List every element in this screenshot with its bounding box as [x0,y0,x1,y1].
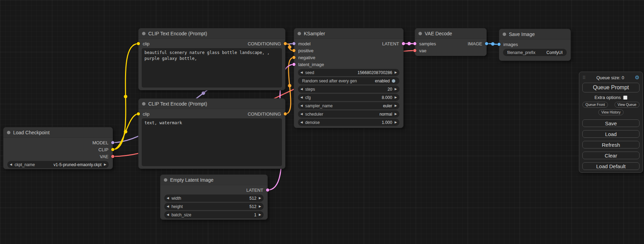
node-ksampler[interactable]: KSampler model LATENT positive negative … [294,28,404,128]
next-value-arrow-icon[interactable]: ▶ [395,104,397,107]
load-default-button[interactable]: Load Default [582,162,639,170]
node-title-bar[interactable]: CLIP Text Encode (Prompt) [139,99,285,109]
node-graph-canvas[interactable]: Load Checkpoint MODEL CLIP VAE ◀ ckpt_na… [0,0,644,244]
next-value-arrow-icon[interactable]: ▶ [395,96,397,99]
output-port-latent[interactable] [266,189,269,192]
prev-value-arrow-icon[interactable]: ◀ [167,197,169,200]
settings-gear-icon[interactable]: ⚙ [635,74,639,81]
node-clip-text-encode-negative[interactable]: CLIP Text Encode (Prompt) clip CONDITION… [138,98,285,169]
drag-handle-icon[interactable]: ⠿ [582,75,586,80]
widget-batch-size[interactable]: ◀ batch_size 1 ▶ [164,211,264,218]
link-midpoint-dot[interactable] [202,91,205,95]
prev-value-arrow-icon[interactable]: ◀ [300,88,303,91]
node-save-image[interactable]: Save Image images filename_prefix ComfyU… [499,29,571,61]
output-port-clip[interactable] [111,148,114,151]
widget-width[interactable]: ◀ width 512 ▶ [164,195,264,202]
next-value-arrow-icon[interactable]: ▶ [259,197,261,200]
output-port-vae[interactable] [111,155,114,158]
prompt-text-area[interactable]: beautiful scenery nature glass bottle la… [142,48,282,88]
next-value-arrow-icon[interactable]: ▶ [104,163,106,166]
widget-ckpt-name[interactable]: ◀ ckpt_name v1-5-pruned-emaonly.ckpt ▶ [7,161,109,168]
prev-value-arrow-icon[interactable]: ◀ [300,104,303,107]
collapse-dot-icon[interactable] [7,131,10,134]
widget-cfg[interactable]: ◀ cfg 8.000 ▶ [298,94,399,101]
output-port-model[interactable] [111,141,114,144]
node-title-bar[interactable]: Empty Latent Image [160,175,267,185]
input-port-negative[interactable] [292,56,295,59]
collapse-dot-icon[interactable] [298,32,301,35]
node-title-bar[interactable]: VAE Decode [415,28,486,39]
link-midpoint-dot[interactable] [124,95,127,98]
input-port-positive[interactable] [292,49,295,52]
next-value-arrow-icon[interactable]: ▶ [259,213,261,216]
input-port-vae[interactable] [413,49,416,52]
extra-options-checkbox[interactable] [623,96,627,100]
node-clip-text-encode-positive[interactable]: CLIP Text Encode (Prompt) clip CONDITION… [138,28,285,90]
collapse-dot-icon[interactable] [142,32,145,35]
queue-panel[interactable]: ⠿ Queue size: 0 ⚙ Queue Prompt Extra opt… [579,72,643,173]
next-value-arrow-icon[interactable]: ▶ [395,112,397,116]
collapse-dot-icon[interactable] [142,102,145,106]
prev-value-arrow-icon[interactable]: ◀ [300,121,303,124]
widget-denoise[interactable]: ◀ denoise 1.000 ▶ [298,119,399,126]
input-port-clip[interactable] [137,42,140,45]
node-title-bar[interactable]: Load Checkpoint [3,127,113,138]
load-button[interactable]: Load [582,130,639,138]
widget-value: normal [379,112,392,117]
input-port-latent-image[interactable] [292,63,295,66]
view-history-button[interactable]: View History [598,109,624,115]
clear-button[interactable]: Clear [582,152,639,159]
link-midpoint-dot[interactable] [288,45,291,49]
input-port-clip[interactable] [137,112,140,116]
node-title-bar[interactable]: Save Image [499,29,571,39]
widget-value: 1.000 [382,120,392,125]
link-midpoint-dot[interactable] [124,130,127,134]
collapse-dot-icon[interactable] [164,178,167,182]
node-title-bar[interactable]: CLIP Text Encode (Prompt) [139,28,285,39]
view-queue-button[interactable]: View Queue [615,102,639,108]
collapse-dot-icon[interactable] [418,32,422,35]
widget-random-seed-toggle[interactable]: Random seed after every gen enabled [298,77,399,84]
output-port-conditioning[interactable] [284,42,287,45]
save-button[interactable]: Save [582,119,639,127]
widget-height[interactable]: ◀ height 512 ▶ [164,203,264,210]
node-title: Save Image [509,31,535,37]
output-port-latent[interactable] [402,42,405,45]
link-midpoint-dot[interactable] [288,84,291,88]
output-port-conditioning[interactable] [284,112,287,116]
prompt-text-area[interactable]: text, watermark [142,118,282,166]
link-midpoint-dot[interactable] [491,42,495,46]
widget-steps[interactable]: ◀ steps 20 ▶ [298,85,399,93]
collapse-dot-icon[interactable] [503,33,506,36]
output-row-latent: LATENT [160,187,267,193]
node-load-checkpoint[interactable]: Load Checkpoint MODEL CLIP VAE ◀ ckpt_na… [3,127,113,169]
next-value-arrow-icon[interactable]: ▶ [395,121,397,124]
widget-filename-prefix[interactable]: filename_prefix ComfyUI [503,49,567,56]
node-title-bar[interactable]: KSampler [294,28,403,39]
node-empty-latent-image[interactable]: Empty Latent Image LATENT ◀ width 512 ▶ … [160,174,268,220]
input-label-images: images [503,42,518,47]
input-port-samples[interactable] [413,42,416,45]
next-value-arrow-icon[interactable]: ▶ [259,205,261,208]
node-vae-decode[interactable]: VAE Decode samples IMAGE vae [415,28,487,56]
toggle-knob-icon[interactable] [392,79,395,83]
prev-value-arrow-icon[interactable]: ◀ [167,213,169,216]
output-port-image[interactable] [485,42,488,45]
widget-scheduler[interactable]: ◀ scheduler normal ▶ [298,110,399,118]
prev-value-arrow-icon[interactable]: ◀ [300,96,303,99]
input-port-images[interactable] [497,43,501,46]
link-midpoint-dot[interactable] [407,42,411,45]
next-value-arrow-icon[interactable]: ▶ [395,71,397,74]
output-label-vae: VAE [100,154,108,159]
input-port-model[interactable] [292,42,295,45]
prev-value-arrow-icon[interactable]: ◀ [300,112,303,116]
widget-seed[interactable]: ◀ seed 156680208700286 ▶ [298,69,399,76]
prev-value-arrow-icon[interactable]: ◀ [300,71,303,74]
next-value-arrow-icon[interactable]: ▶ [395,88,397,91]
prev-value-arrow-icon[interactable]: ◀ [167,205,169,208]
widget-sampler-name[interactable]: ◀ sampler_name euler ▶ [298,102,399,109]
queue-front-button[interactable]: Queue Front [582,102,608,108]
prev-value-arrow-icon[interactable]: ◀ [10,163,12,166]
refresh-button[interactable]: Refresh [582,141,639,148]
queue-prompt-button[interactable]: Queue Prompt [582,83,639,92]
